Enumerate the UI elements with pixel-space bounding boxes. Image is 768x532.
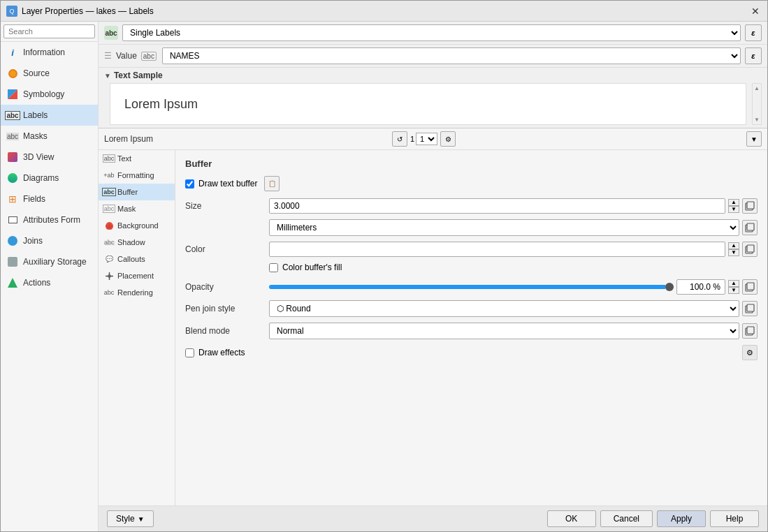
sidebar-item-information[interactable]: i Information xyxy=(1,42,98,63)
size-input[interactable] xyxy=(269,198,725,214)
value-expr-button[interactable]: ε xyxy=(745,47,762,64)
subnav-item-formatting[interactable]: +ab Formatting xyxy=(99,167,175,184)
preview-page-select[interactable]: 1 xyxy=(416,133,437,145)
color-up-btn[interactable]: ▲ xyxy=(728,242,739,249)
sidebar-item-label: Auxiliary Storage xyxy=(23,257,87,267)
subnav-item-placement[interactable]: Placement xyxy=(99,267,175,284)
svg-rect-2 xyxy=(8,152,17,162)
search-input[interactable] xyxy=(3,24,95,38)
sidebar-item-label: Fields xyxy=(23,194,45,204)
main-area: abc Single Labels ε ☰ Value abc NAMES ε xyxy=(99,22,767,531)
opacity-up-btn[interactable]: ▲ xyxy=(728,280,739,287)
size-control: ▲ ▼ xyxy=(269,198,758,214)
style-button[interactable]: Style ▼ xyxy=(107,510,154,527)
preview-container: Lorem Ipsum ▲ ▼ xyxy=(104,83,762,125)
draw-effects-row: Draw effects ⚙ xyxy=(185,345,758,360)
svg-point-4 xyxy=(8,236,17,246)
size-unit-select[interactable]: Millimeters xyxy=(269,219,739,236)
pen-join-style-label: Pen join style xyxy=(185,304,269,313)
sidebar-item-attributes-form[interactable]: Attributes Form xyxy=(1,209,98,230)
blend-mode-control: Normal xyxy=(269,323,758,339)
joins-icon xyxy=(6,235,19,247)
subnav-item-rendering[interactable]: abc Rendering xyxy=(99,284,175,301)
draw-text-buffer-label: Draw text buffer xyxy=(198,179,257,189)
callouts-icon: 💬 xyxy=(104,254,114,264)
size-up-btn[interactable]: ▲ xyxy=(728,199,739,206)
color-picker[interactable] xyxy=(269,242,725,257)
sidebar-item-actions[interactable]: Actions xyxy=(1,272,98,293)
opacity-copy-btn[interactable] xyxy=(742,279,758,295)
color-row: Color ▲ ▼ xyxy=(185,242,758,257)
sidebar-item-masks[interactable]: abc Masks xyxy=(1,126,98,147)
subnav-label: Rendering xyxy=(117,288,153,297)
color-copy-btn[interactable] xyxy=(742,242,758,257)
preview-scrollbar[interactable]: ▲ ▼ xyxy=(752,83,762,125)
pen-join-style-select[interactable]: ⬡ Round xyxy=(269,300,739,317)
sidebar-item-joins[interactable]: Joins xyxy=(1,230,98,251)
apply-button[interactable]: Apply xyxy=(657,510,706,527)
sidebar-item-fields[interactable]: ⊞ Fields xyxy=(1,189,98,209)
preview-header: ▼ Text Sample xyxy=(99,68,767,83)
subnav-label: Background xyxy=(117,221,159,230)
sidebar-item-auxiliary-storage[interactable]: Auxiliary Storage xyxy=(1,251,98,272)
size-unit-copy-btn[interactable] xyxy=(742,220,758,235)
color-down-btn[interactable]: ▼ xyxy=(728,249,739,256)
style-button-container: Style ▼ xyxy=(107,510,154,527)
sidebar-item-labels[interactable]: abc Labels xyxy=(1,105,98,126)
subnav-item-callouts[interactable]: 💬 Callouts xyxy=(99,251,175,267)
search-box xyxy=(1,22,98,42)
blend-mode-select[interactable]: Normal xyxy=(269,323,739,339)
preview-options-btn[interactable]: ⚙ xyxy=(440,131,456,147)
style-dropdown-arrow: ▼ xyxy=(138,515,145,523)
size-copy-btn[interactable] xyxy=(742,198,758,214)
subnav-item-text[interactable]: abc Text xyxy=(99,150,175,167)
mode-expr-button[interactable]: ε xyxy=(745,24,762,41)
preview-section: ▼ Text Sample Lorem Ipsum ▲ ▼ xyxy=(99,68,767,128)
sidebar-item-diagrams[interactable]: Diagrams xyxy=(1,168,98,189)
color-buffer-fill-checkbox[interactable] xyxy=(269,263,278,272)
sidebar-item-symbology[interactable]: Symbology xyxy=(1,84,98,105)
subnav-item-mask[interactable]: abc Mask xyxy=(99,200,175,217)
blend-mode-copy-btn[interactable] xyxy=(742,323,758,339)
preview-settings-btn[interactable]: ▼ xyxy=(746,131,762,147)
label-mode-select[interactable]: Single Labels xyxy=(122,24,741,41)
subnav-label: Text xyxy=(117,154,131,163)
opacity-down-btn[interactable]: ▼ xyxy=(728,287,739,294)
app-icon: Q xyxy=(6,6,17,17)
pen-join-style-copy-btn[interactable] xyxy=(742,301,758,316)
subnav-item-shadow[interactable]: abc Shadow xyxy=(99,234,175,251)
diagrams-icon xyxy=(6,172,19,184)
size-label: Size xyxy=(185,201,269,211)
sidebar-item-3dview[interactable]: 3D View xyxy=(1,147,98,168)
opacity-value-input[interactable] xyxy=(676,279,725,295)
sidebar-item-label: 3D View xyxy=(23,152,54,162)
size-down-btn[interactable]: ▼ xyxy=(728,206,739,213)
preview-chevron: ▼ xyxy=(104,72,111,80)
color-buffer-fill-row: Color buffer's fill xyxy=(269,263,758,272)
pen-join-style-row: Pen join style ⬡ Round xyxy=(185,300,758,317)
draw-effects-checkbox[interactable] xyxy=(185,348,194,357)
middle-area: abc Text +ab Formatting abc Buffer abc M… xyxy=(99,150,767,505)
draw-text-buffer-paste-btn[interactable]: 📋 xyxy=(264,176,280,191)
subnav-label: Placement xyxy=(117,272,154,280)
formatting-icon: +ab xyxy=(104,170,114,180)
draw-effects-gear-btn[interactable]: ⚙ xyxy=(742,345,758,360)
blend-mode-row: Blend mode Normal xyxy=(185,323,758,339)
cancel-button[interactable]: Cancel xyxy=(600,510,653,527)
help-button[interactable]: Help xyxy=(710,510,759,527)
svg-rect-19 xyxy=(747,304,754,311)
sidebar-item-source[interactable]: Source xyxy=(1,63,98,84)
color-buffer-fill-label: Color buffer's fill xyxy=(282,263,342,272)
draw-text-buffer-row: Draw text buffer 📋 xyxy=(185,176,758,191)
preview-refresh-btn[interactable]: ↺ xyxy=(392,131,407,147)
svg-rect-17 xyxy=(747,283,754,290)
value-select[interactable]: NAMES xyxy=(162,47,741,64)
subnav-item-buffer[interactable]: abc Buffer xyxy=(99,184,175,200)
ok-button[interactable]: OK xyxy=(547,510,596,527)
close-button[interactable]: ✕ xyxy=(749,5,762,17)
draw-text-buffer-checkbox[interactable] xyxy=(185,179,194,189)
subnav-item-background[interactable]: Background xyxy=(99,217,175,234)
placement-icon xyxy=(104,271,114,281)
opacity-slider[interactable] xyxy=(269,285,674,289)
subnav-label: Buffer xyxy=(117,188,138,196)
